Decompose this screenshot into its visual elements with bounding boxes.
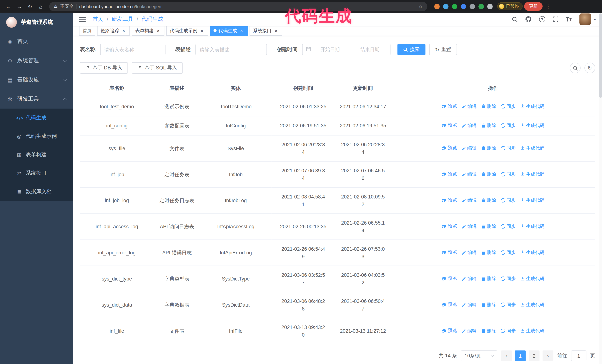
delete-link[interactable]: 删除 — [481, 301, 496, 308]
generate-code-link[interactable]: 生成代码 — [520, 223, 545, 229]
next-page-button[interactable]: › — [543, 351, 553, 361]
collapse-sidebar-icon[interactable] — [79, 17, 86, 22]
delete-link[interactable]: 删除 — [481, 327, 496, 334]
user-avatar[interactable] — [580, 13, 591, 25]
page-size-select[interactable]: 10条/页 — [461, 351, 497, 361]
help-icon[interactable]: ? — [539, 16, 545, 22]
delete-link[interactable]: 删除 — [481, 145, 496, 151]
forward-icon[interactable]: → — [15, 2, 24, 11]
sidebar-item-dev-tools[interactable]: ⚒ 研发工具 — [0, 89, 73, 109]
reload-icon[interactable]: ↻ — [25, 2, 35, 11]
tab-codegen-example[interactable]: 代码生成示例 × — [166, 26, 208, 36]
bookmark-star-icon[interactable]: ☆ — [418, 3, 423, 9]
preview-link[interactable]: 预览 — [441, 275, 457, 282]
sync-link[interactable]: 同步 — [501, 122, 516, 129]
search-icon[interactable] — [512, 16, 517, 22]
preview-link[interactable]: 预览 — [441, 301, 457, 308]
sync-link[interactable]: 同步 — [501, 301, 516, 308]
delete-link[interactable]: 删除 — [481, 249, 496, 256]
tab-home[interactable]: 首页 — [79, 26, 95, 36]
sync-link[interactable]: 同步 — [501, 223, 516, 229]
edit-link[interactable]: 编辑 — [462, 103, 477, 110]
fullscreen-icon[interactable] — [553, 16, 558, 22]
font-size-icon[interactable]: TT — [566, 16, 572, 22]
edit-link[interactable]: 编辑 — [462, 275, 477, 282]
table-row[interactable]: sys_dict_type 字典类型表 SysDictType 2021-03-… — [80, 266, 595, 292]
tab-codegen[interactable]: 代码生成 × — [210, 26, 248, 36]
table-row[interactable]: inf_config 参数配置表 InfConfig 2021-02-06 19… — [80, 116, 595, 135]
chevron-down-icon[interactable]: ▾ — [594, 17, 596, 21]
table-row[interactable]: inf_api_error_log API 错误日志 InfApiErrorLo… — [80, 240, 595, 266]
sidebar-item-form-builder[interactable]: ▦ 表单构建 — [0, 146, 73, 164]
scrollbar[interactable] — [599, 13, 602, 364]
import-db-button[interactable]: 基于 DB 导入 — [80, 62, 128, 74]
table-row[interactable]: inf_file 文件表 InfFile 2021-03-13 09:43:2 … — [80, 318, 595, 344]
edit-link[interactable]: 编辑 — [462, 223, 477, 229]
table-row[interactable]: sys_file 文件表 SysFile 2021-02-06 20:28:3 … — [80, 135, 595, 161]
tab-form-builder[interactable]: 表单构建 × — [132, 26, 164, 36]
sidebar-item-db-doc[interactable]: ≣ 数据库文档 — [0, 182, 73, 201]
breadcrumb-devtools[interactable]: 研发工具 — [112, 16, 133, 23]
address-bar[interactable]: ⚠ 不安全 dashboard.yudao.iocoder.cn/tool/co… — [49, 2, 427, 11]
translate-extension-icon[interactable] — [470, 4, 475, 9]
goto-page-input[interactable] — [571, 351, 586, 361]
tab-trace[interactable]: 链路追踪 × — [97, 26, 130, 36]
sidebar-item-codegen[interactable]: </> 代码生成 — [0, 109, 73, 127]
create-time-range-picker[interactable]: 开始日期 - 结束日期 — [302, 44, 390, 55]
sync-link[interactable]: 同步 — [501, 197, 516, 203]
delete-link[interactable]: 删除 — [481, 122, 496, 129]
sidebar-item-system-mgmt[interactable]: ⚙ 系统管理 — [0, 51, 73, 70]
sync-link[interactable]: 同步 — [501, 103, 516, 110]
edit-link[interactable]: 编辑 — [462, 327, 477, 334]
grid-extension-icon[interactable] — [461, 4, 466, 9]
preview-link[interactable]: 预览 — [441, 327, 457, 334]
close-icon[interactable]: × — [199, 28, 205, 33]
import-sql-button[interactable]: 基于 SQL 导入 — [132, 62, 183, 74]
preview-link[interactable]: 预览 — [441, 223, 457, 229]
sync-link[interactable]: 同步 — [501, 275, 516, 282]
close-icon[interactable]: × — [156, 28, 161, 33]
puzzle-extension-icon[interactable] — [487, 4, 493, 9]
v-extension-icon[interactable] — [452, 4, 457, 9]
drop-extension-icon[interactable] — [443, 4, 448, 9]
browser-menu-icon[interactable]: ⋮ — [544, 3, 552, 9]
table-row[interactable]: sys_dict_data 字典数据表 SysDictData 2021-03-… — [80, 292, 595, 318]
sidebar-item-system-api[interactable]: ⇄ 系统接口 — [0, 164, 73, 182]
sync-link[interactable]: 同步 — [501, 145, 516, 151]
update-button[interactable]: 更新 — [524, 2, 543, 11]
generate-code-link[interactable]: 生成代码 — [520, 275, 545, 282]
generate-code-link[interactable]: 生成代码 — [520, 103, 545, 110]
fox-extension-icon[interactable] — [434, 4, 440, 9]
breadcrumb-home[interactable]: 首页 — [93, 16, 103, 23]
search-button[interactable]: 搜索 — [398, 44, 425, 55]
preview-link[interactable]: 预览 — [441, 170, 457, 177]
table-row[interactable]: inf_job 定时任务表 InfJob 2021-02-07 06:39:3 … — [80, 161, 595, 187]
table-name-input[interactable] — [100, 44, 165, 55]
generate-code-link[interactable]: 生成代码 — [520, 249, 545, 256]
edit-link[interactable]: 编辑 — [462, 122, 477, 129]
sync-link[interactable]: 同步 — [501, 327, 516, 334]
delete-link[interactable]: 删除 — [481, 103, 496, 110]
app-logo[interactable]: 芋道管理系统 — [0, 13, 73, 32]
preview-link[interactable]: 预览 — [441, 122, 457, 128]
edit-link[interactable]: 编辑 — [462, 197, 477, 203]
sidebar-item-home[interactable]: ◉ 首页 — [0, 32, 73, 51]
edit-link[interactable]: 编辑 — [462, 170, 477, 177]
generate-code-link[interactable]: 生成代码 — [520, 122, 545, 129]
edit-link[interactable]: 编辑 — [462, 249, 477, 256]
refresh-button[interactable]: ↻ — [584, 62, 595, 73]
tab-system-api[interactable]: 系统接口 × — [249, 26, 282, 36]
generate-code-link[interactable]: 生成代码 — [520, 145, 545, 151]
sidebar-item-codegen-example[interactable]: ◎ 代码生成示例 — [0, 127, 73, 146]
delete-link[interactable]: 删除 — [481, 170, 496, 177]
delete-link[interactable]: 删除 — [481, 223, 496, 229]
reset-button[interactable]: ↻ 重置 — [429, 44, 457, 55]
generate-code-link[interactable]: 生成代码 — [520, 301, 545, 308]
close-icon[interactable]: × — [273, 28, 279, 33]
preview-link[interactable]: 预览 — [441, 249, 457, 256]
scrollbar-thumb[interactable] — [599, 13, 602, 98]
delete-link[interactable]: 删除 — [481, 197, 496, 203]
table-row[interactable]: inf_job_log 定时任务日志表 InfJobLog 2021-02-08… — [80, 187, 595, 214]
paused-badge[interactable]: 已暂停 — [497, 2, 523, 10]
edit-link[interactable]: 编辑 — [462, 145, 477, 151]
